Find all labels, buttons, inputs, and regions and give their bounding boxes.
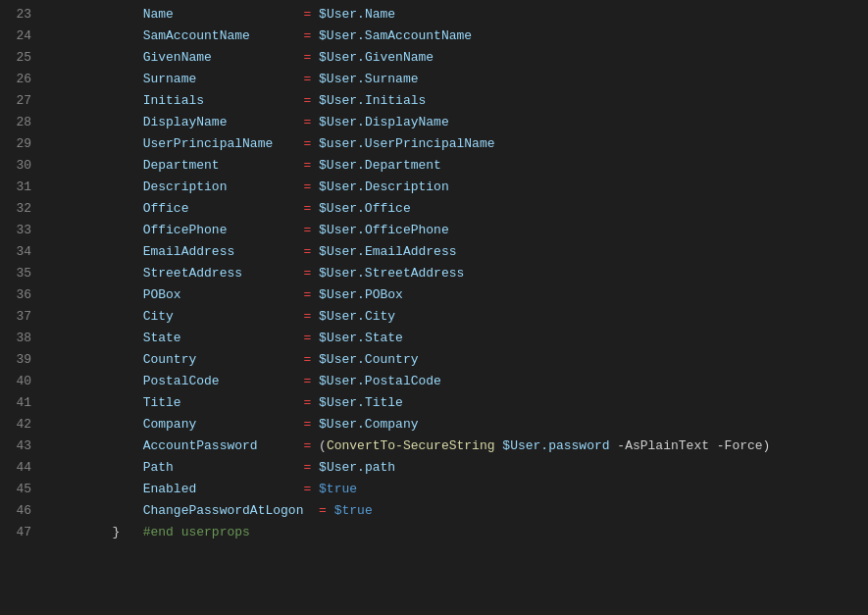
table-row: 28 DisplayName = $User.DisplayName [0, 112, 868, 133]
line-content: Description = $User.Description [47, 177, 868, 198]
table-row: 47 } #end userprops [0, 522, 868, 543]
line-content: AccountPassword = (ConvertTo-SecureStrin… [47, 436, 868, 457]
table-row: 34 EmailAddress = $User.EmailAddress [0, 241, 868, 263]
line-number: 42 [0, 414, 47, 436]
line-number: 25 [0, 47, 47, 69]
line-number: 37 [0, 306, 47, 328]
line-content: Title = $User.Title [47, 392, 868, 414]
line-number: 23 [0, 4, 47, 26]
line-number: 33 [0, 220, 47, 241]
line-content: StreetAddress = $User.StreetAddress [47, 263, 868, 284]
table-row: 36 POBox = $User.POBox [0, 284, 868, 306]
line-content: ChangePasswordAtLogon = $true [47, 500, 868, 522]
line-number: 40 [0, 371, 47, 392]
line-content: Name = $User.Name [47, 4, 868, 26]
table-row: 25 GivenName = $User.GivenName [0, 47, 868, 69]
line-content: Initials = $User.Initials [47, 90, 868, 112]
line-number: 27 [0, 90, 47, 112]
line-content: OfficePhone = $User.OfficePhone [47, 220, 868, 241]
line-number: 28 [0, 112, 47, 133]
line-number: 36 [0, 284, 47, 306]
line-content: Department = $User.Department [47, 155, 868, 177]
table-row: 33 OfficePhone = $User.OfficePhone [0, 220, 868, 241]
line-content: POBox = $User.POBox [47, 284, 868, 306]
line-number: 34 [0, 241, 47, 263]
table-row: 40 PostalCode = $User.PostalCode [0, 371, 868, 392]
line-content: EmailAddress = $User.EmailAddress [47, 241, 868, 263]
table-row: 44 Path = $User.path [0, 457, 868, 479]
line-number: 30 [0, 155, 47, 177]
line-number: 47 [0, 522, 47, 543]
line-content: Office = $User.Office [47, 198, 868, 220]
line-number: 45 [0, 479, 47, 500]
line-number: 44 [0, 457, 47, 479]
line-content: Country = $User.Country [47, 349, 868, 371]
line-number: 32 [0, 198, 47, 220]
table-row: 38 State = $User.State [0, 328, 868, 349]
line-number: 31 [0, 177, 47, 198]
table-row: 27 Initials = $User.Initials [0, 90, 868, 112]
table-row: 42 Company = $User.Company [0, 414, 868, 436]
line-content: DisplayName = $User.DisplayName [47, 112, 868, 133]
line-content: PostalCode = $User.PostalCode [47, 371, 868, 392]
line-number: 46 [0, 500, 47, 522]
table-row: 45 Enabled = $true [0, 479, 868, 500]
line-number: 43 [0, 436, 47, 457]
table-row: 32 Office = $User.Office [0, 198, 868, 220]
table-row: 24 SamAccountName = $User.SamAccountName [0, 26, 868, 47]
table-row: 35 StreetAddress = $User.StreetAddress [0, 263, 868, 284]
line-content: UserPrincipalName = $user.UserPrincipalN… [47, 133, 868, 155]
table-row: 46 ChangePasswordAtLogon = $true [0, 500, 868, 522]
table-row: 41 Title = $User.Title [0, 392, 868, 414]
line-content: GivenName = $User.GivenName [47, 47, 868, 69]
table-row: 39 Country = $User.Country [0, 349, 868, 371]
line-number: 29 [0, 133, 47, 155]
line-number: 26 [0, 69, 47, 90]
line-content: Enabled = $true [47, 479, 868, 500]
line-number: 41 [0, 392, 47, 414]
table-row: 30 Department = $User.Department [0, 155, 868, 177]
line-content: City = $User.City [47, 306, 868, 328]
line-content: State = $User.State [47, 328, 868, 349]
line-number: 24 [0, 26, 47, 47]
table-row: 23 Name = $User.Name [0, 4, 868, 26]
line-number: 38 [0, 328, 47, 349]
line-content: Surname = $User.Surname [47, 69, 868, 90]
line-number: 35 [0, 263, 47, 284]
line-content: Path = $User.path [47, 457, 868, 479]
table-row: 31 Description = $User.Description [0, 177, 868, 198]
line-content: Company = $User.Company [47, 414, 868, 436]
line-content: } #end userprops [47, 522, 868, 543]
table-row: 26 Surname = $User.Surname [0, 69, 868, 90]
line-number: 39 [0, 349, 47, 371]
table-row: 43 AccountPassword = (ConvertTo-SecureSt… [0, 436, 868, 457]
table-row: 37 City = $User.City [0, 306, 868, 328]
table-row: 29 UserPrincipalName = $user.UserPrincip… [0, 133, 868, 155]
code-editor: 23 Name = $User.Name24 SamAccountName = … [0, 4, 868, 543]
line-content: SamAccountName = $User.SamAccountName [47, 26, 868, 47]
